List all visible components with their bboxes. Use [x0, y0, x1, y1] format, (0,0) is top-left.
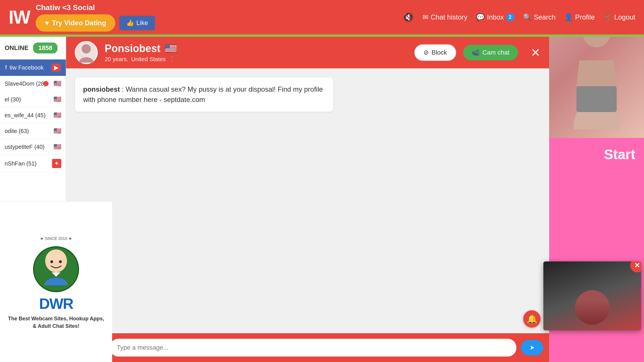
- svg-point-5: [47, 251, 63, 262]
- block-button[interactable]: ⊘ Block: [414, 44, 456, 61]
- search-link[interactable]: 🔍 Search: [523, 13, 556, 21]
- inbox-icon: 💬: [476, 13, 485, 21]
- user-flag: 🇺🇸: [53, 127, 61, 135]
- message-author: ponsiobest: [83, 85, 120, 93]
- user-item[interactable]: odite (63) 🇺🇸: [0, 123, 66, 139]
- svg-text:★ SINCE 2010 ★: ★ SINCE 2010 ★: [40, 236, 72, 241]
- username-flag: 🇺🇸: [164, 43, 177, 55]
- location-pin-icon: 📍: [168, 56, 176, 63]
- ad-since: ★ SINCE 2010 ★: [33, 234, 79, 243]
- green-separator-bar: [0, 34, 644, 37]
- like-button[interactable]: 👍 Like: [119, 16, 155, 30]
- online-count: 1858: [33, 43, 57, 53]
- red-dot: [43, 81, 49, 86]
- profile-icon: 👤: [564, 13, 573, 21]
- ad-mascot: [33, 246, 79, 292]
- user-item[interactable]: es_wife_44 (45) 🇺🇸: [0, 107, 66, 123]
- user-name: odite (63): [5, 128, 53, 134]
- block-icon: ⊘: [423, 49, 429, 56]
- search-icon: 🔍: [523, 13, 532, 21]
- logo: IW: [9, 7, 30, 28]
- inbox-link[interactable]: 💬 Inbox 2: [476, 13, 514, 21]
- swiss-plus-icon: +: [52, 159, 61, 168]
- messages-area: ponsiobest : Wanna casual sex? My pussy …: [66, 68, 549, 333]
- user-flag: 🇺🇸: [53, 96, 61, 103]
- logout-icon: 🚪: [603, 13, 612, 21]
- send-button[interactable]: ➤: [521, 340, 543, 355]
- video-face: [575, 290, 610, 325]
- user-name: nShFan (51): [5, 160, 52, 167]
- svg-rect-2: [576, 86, 617, 112]
- user-item[interactable]: el (30) 🇺🇸: [0, 92, 66, 107]
- svg-point-0: [82, 44, 91, 53]
- send-icon: ➤: [530, 344, 535, 351]
- cam-chat-button[interactable]: 📹 Cam chat: [463, 45, 518, 60]
- site-name: Chatiw <3 Social: [36, 3, 155, 12]
- ad-mascot-image: [39, 248, 73, 291]
- close-chat-button[interactable]: ✕: [531, 46, 540, 59]
- chat-history-icon: ✉: [423, 13, 428, 21]
- message-input[interactable]: [110, 339, 516, 357]
- video-popup: ✕: [543, 261, 641, 330]
- user-name: es_wife_44 (45): [5, 112, 53, 119]
- video-icon: 📹: [472, 49, 480, 56]
- profile-link[interactable]: 👤 Profile: [564, 13, 595, 21]
- user-flag: 🇺🇸: [53, 80, 61, 87]
- message-bubble: ponsiobest : Wanna casual sex? My pussy …: [75, 77, 334, 112]
- svg-point-6: [50, 260, 53, 263]
- navbar: IW Chatiw <3 Social ♥ Try Video Dating 👍…: [0, 0, 644, 34]
- heart-icon: ♥: [45, 19, 49, 27]
- ad-tagline: The Best Webcam Sites, Hookup Apps, & Ad…: [6, 315, 106, 330]
- user-item[interactable]: Slave4Dom (28) 🇺🇸: [0, 76, 66, 92]
- chat-user-details: 20 years. United States 📍: [105, 56, 407, 63]
- chat-user-info: Ponsiobest 🇺🇸 20 years. United States 📍: [105, 43, 407, 63]
- chat-history-link[interactable]: ✉ Chat history: [423, 13, 467, 21]
- thumbs-up-icon: 👍: [126, 19, 134, 27]
- user-flag: 🇺🇸: [53, 143, 61, 151]
- try-video-dating-button[interactable]: ♥ Try Video Dating: [36, 14, 115, 32]
- facebook-button[interactable]: f tiw Facebook ▶: [0, 59, 66, 76]
- user-avatar: [75, 41, 98, 64]
- video-popup-content: [543, 261, 641, 330]
- logo-area: IW Chatiw <3 Social ♥ Try Video Dating 👍…: [9, 3, 155, 32]
- svg-point-7: [59, 260, 62, 263]
- facebook-icon: f: [5, 64, 7, 71]
- user-name: ustypetiteF (40): [5, 144, 53, 150]
- notification-bell-button[interactable]: 🔔: [523, 310, 540, 328]
- user-item[interactable]: nShFan (51) +: [0, 155, 66, 172]
- online-bar: ONLINE 1858: [0, 37, 66, 59]
- online-label: ONLINE: [5, 44, 28, 52]
- dwr-logo: DWR: [39, 295, 73, 312]
- chat-input-bar: 📷 😁 ➤: [66, 333, 549, 362]
- chat-username: Ponsiobest 🇺🇸: [105, 43, 407, 55]
- nav-links: 🔇 ✉ Chat history 💬 Inbox 2 🔍 Search 👤 Pr…: [402, 12, 635, 23]
- user-name: el (30): [5, 96, 53, 103]
- user-item[interactable]: ustypetiteF (40) 🇺🇸: [0, 139, 66, 155]
- mute-icon[interactable]: 🔇: [402, 12, 414, 23]
- arrow-icon: ▶: [52, 63, 61, 72]
- main-chat-area: Ponsiobest 🇺🇸 20 years. United States 📍 …: [66, 37, 549, 362]
- logout-link[interactable]: 🚪 Logout: [603, 13, 635, 21]
- start-label: Start: [604, 147, 635, 162]
- ad-area: ★ SINCE 2010 ★ DWR The Best Webcam Sites…: [0, 201, 112, 362]
- user-flag: 🇺🇸: [53, 111, 61, 119]
- inbox-badge: 2: [506, 13, 514, 21]
- chat-header: Ponsiobest 🇺🇸 20 years. United States 📍 …: [66, 37, 549, 68]
